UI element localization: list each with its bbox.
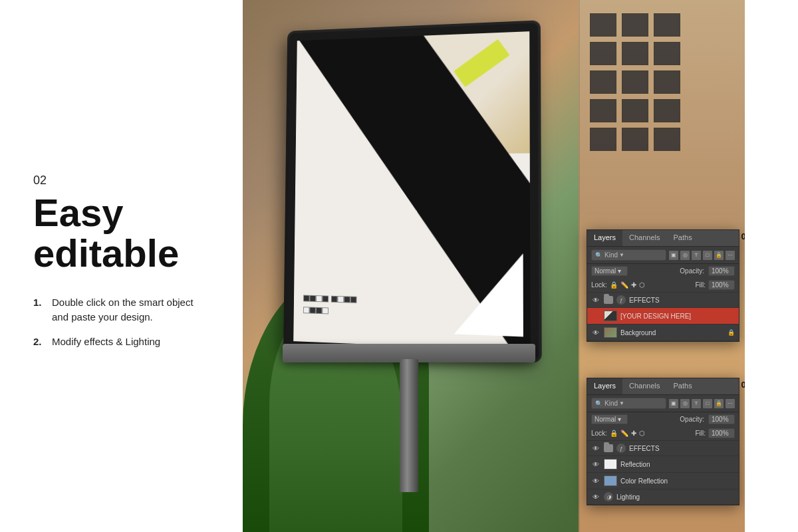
- ps-icon-type-2: T: [692, 399, 701, 408]
- lock-icon-art-2: ⬡: [639, 430, 645, 437]
- step-number: 02: [33, 174, 213, 188]
- thumb-design-1: [604, 311, 617, 321]
- ps-icon-more: ⋯: [726, 251, 735, 260]
- tab-layers-2[interactable]: Layers: [587, 378, 622, 394]
- fx-icon-lighting-2: ◑: [604, 492, 613, 501]
- instructions-list: 1. Double click on the smart object and …: [33, 295, 213, 359]
- ps-lock-row-2: Lock: 🔒 ✏️ ✚ ⬡ Fill: 100%: [587, 426, 739, 441]
- opacity-label-2: Opacity:: [680, 416, 704, 423]
- opacity-label-1: Opacity:: [680, 267, 704, 275]
- white-triangle: [454, 252, 523, 336]
- lock-icon-img-2: 🔒: [610, 430, 618, 437]
- layer-bg-1[interactable]: 👁 Background 🔒: [587, 325, 739, 341]
- layer-name-reflection-2: Reflection: [620, 461, 735, 468]
- fill-label-2: Fill:: [695, 430, 706, 437]
- opacity-value-1[interactable]: 100%: [708, 266, 735, 276]
- lock-icon-pen: ✏️: [620, 281, 628, 289]
- fx-icon-effects-1: ƒ: [616, 295, 626, 305]
- yellow-stripe: [454, 39, 509, 87]
- layer-design-1[interactable]: 👁 [YOUR DESIGN HERE]: [587, 308, 739, 325]
- thumb-color-reflection-2: [604, 475, 617, 486]
- lock-icon-art: ⬡: [639, 281, 645, 289]
- panel-number-2: 02: [741, 380, 745, 390]
- ps-icons-1: ▣ ◎ T □ 🔒 ⋯: [669, 251, 735, 260]
- ps-icon-shape: □: [703, 251, 712, 260]
- layer-name-lighting-2: Lighting: [616, 493, 735, 501]
- eye-icon-design-1[interactable]: 👁: [591, 311, 600, 321]
- ps-kind-dropdown-2[interactable]: 🔍 Kind ▼: [591, 398, 666, 409]
- folder-icon-effects-2: [604, 444, 613, 452]
- tab-channels-1[interactable]: Channels: [622, 230, 666, 246]
- lock-icon-bg-1: 🔒: [728, 329, 735, 336]
- ps-icon-image: ▣: [669, 251, 678, 260]
- layer-name-effects-2: EFFECTS: [629, 445, 735, 452]
- fill-value-2[interactable]: 100%: [708, 428, 735, 438]
- panel-number-1: 01: [741, 231, 745, 241]
- lock-icon-move-2: ✚: [631, 430, 636, 437]
- search-icon-2: 🔍: [595, 400, 602, 407]
- ps-icon-type: T: [692, 251, 701, 260]
- ps-icon-image-2: ▣: [669, 399, 678, 408]
- fx-icon-effects-2: ƒ: [616, 444, 626, 453]
- ps-icons-2: ▣ ◎ T □ 🔒 ⋯: [669, 399, 735, 408]
- left-panel: 02 Easy editable 1. Double click on the …: [0, 0, 246, 532]
- ps-kind-dropdown-1[interactable]: 🔍 Kind ▼: [591, 249, 666, 261]
- ps-toolbar-2: 🔍 Kind ▼ ▣ ◎ T □ 🔒 ⋯: [587, 395, 739, 412]
- ps-toolbar-1: 🔍 Kind ▼ ▣ ◎ T □ 🔒 ⋯: [587, 247, 739, 264]
- layer-name-design-1: [YOUR DESIGN HERE]: [620, 313, 735, 320]
- ps-lock-row-1: Lock: 🔒 ✏️ ✚ ⬡ Fill: 100%: [587, 278, 739, 293]
- tab-layers-1[interactable]: Layers: [587, 230, 622, 246]
- lock-label-1: Lock:: [591, 281, 607, 289]
- thumb-reflection-2: [604, 459, 617, 469]
- search-icon-1: 🔍: [595, 252, 602, 259]
- ps-icon-lock-2: 🔒: [714, 399, 724, 408]
- photoshop-panel-1: Layers Channels Paths 01 🔍 Kind ▼ ▣ ◎ T …: [587, 229, 739, 342]
- layer-effects-2[interactable]: 👁 ƒ EFFECTS: [587, 441, 739, 456]
- lock-label-2: Lock:: [591, 430, 607, 437]
- ps-icon-shape-2: □: [703, 399, 712, 408]
- thumb-bg-1: [604, 327, 617, 338]
- building-windows: [590, 13, 735, 156]
- billboard-frame: [286, 23, 539, 360]
- eye-icon-effects-1[interactable]: 👁: [591, 295, 600, 305]
- layer-name-bg-1: Background: [620, 329, 724, 336]
- eye-icon-effects-2[interactable]: 👁: [591, 444, 600, 453]
- ps-blend-row-1: Normal ▾ Opacity: 100%: [587, 264, 739, 278]
- instruction-item-1: 1. Double click on the smart object and …: [33, 295, 213, 325]
- eye-icon-reflection-2[interactable]: 👁: [591, 460, 600, 469]
- fill-label-1: Fill:: [695, 281, 706, 289]
- main-title: Easy editable: [33, 193, 213, 274]
- layer-name-effects-1: EFFECTS: [629, 297, 735, 304]
- layer-reflection-2[interactable]: 👁 Reflection: [587, 456, 739, 473]
- mockup-area: Layers Channels Paths 01 🔍 Kind ▼ ▣ ◎ T …: [243, 0, 745, 532]
- blend-mode-dropdown-2[interactable]: Normal ▾: [591, 414, 628, 424]
- layer-effects-1[interactable]: 👁 ƒ EFFECTS: [587, 293, 739, 308]
- ps-icon-adjust: ◎: [680, 251, 690, 260]
- lock-icon-move: ✚: [631, 281, 636, 289]
- bottom-grid: [303, 293, 361, 334]
- lock-icon-img: 🔒: [610, 281, 618, 289]
- eye-icon-lighting-2[interactable]: 👁: [591, 492, 600, 501]
- billboard-container: [283, 13, 535, 492]
- layer-lighting-2[interactable]: 👁 ◑ Lighting: [587, 489, 739, 505]
- ps-blend-row-2: Normal ▾ Opacity: 100%: [587, 412, 739, 426]
- eye-icon-color-reflection-2[interactable]: 👁: [591, 476, 600, 485]
- photoshop-panel-2: Layers Channels Paths 02 🔍 Kind ▼ ▣ ◎ T …: [587, 378, 739, 505]
- layer-color-reflection-2[interactable]: 👁 Color Reflection: [587, 473, 739, 489]
- tab-paths-1[interactable]: Paths: [667, 230, 699, 246]
- eye-icon-bg-1[interactable]: 👁: [591, 328, 600, 337]
- folder-icon-effects-1: [604, 296, 613, 304]
- billboard-screen: [293, 31, 530, 351]
- ps-tabs-2: Layers Channels Paths 02: [587, 378, 739, 395]
- blend-mode-dropdown-1[interactable]: Normal ▾: [591, 266, 628, 276]
- tab-paths-2[interactable]: Paths: [667, 378, 699, 394]
- ps-icon-more-2: ⋯: [726, 399, 735, 408]
- tab-channels-2[interactable]: Channels: [622, 378, 666, 394]
- layer-name-color-reflection-2: Color Reflection: [620, 477, 735, 485]
- billboard-pole: [400, 359, 418, 492]
- ps-icon-lock: 🔒: [714, 251, 724, 260]
- opacity-value-2[interactable]: 100%: [708, 414, 735, 424]
- ps-icon-adjust-2: ◎: [680, 399, 690, 408]
- lock-icon-pen-2: ✏️: [620, 430, 628, 437]
- fill-value-1[interactable]: 100%: [708, 280, 735, 290]
